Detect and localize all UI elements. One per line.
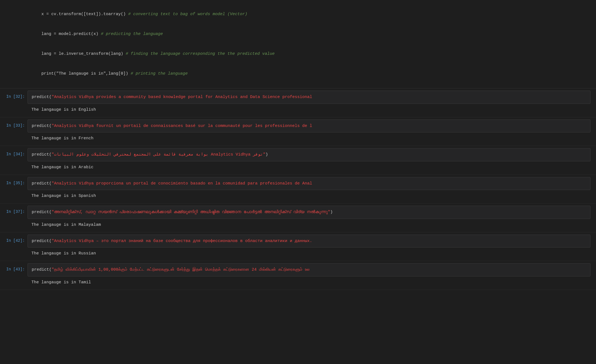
cell-42: In [42]: predict("Analytics Vidhya – это… xyxy=(0,232,596,261)
input-box-43[interactable]: predict("தமிழ் விக்கிப்பீடியாவின் 1,00,0… xyxy=(28,263,590,276)
code-line-4: print("The langauge is in",lang[0]) # pr… xyxy=(17,64,596,84)
output-32: The langauge is in English xyxy=(28,104,590,115)
cell-content-43: predict("தமிழ் விக்கிப்பீடியாவின் 1,00,0… xyxy=(28,263,590,287)
output-37: The langauge is in Malayalam xyxy=(28,219,590,230)
code-line-1: x = cv.transform([text]).toarray() # con… xyxy=(17,4,596,24)
input-line-42: predict("Analytics Vidhya – это портал з… xyxy=(32,238,586,245)
cell-32: In [32]: predict("Analytics Vidhya provi… xyxy=(0,88,596,117)
input-line-34: predict("بوابة معرفية قائمة على المجتمع … xyxy=(32,151,586,158)
output-43: The langauge is in Tamil xyxy=(28,276,590,287)
cell-34: In [34]: predict("بوابة معرفية قائمة على… xyxy=(0,146,596,175)
cell-label-35: In [35]: xyxy=(0,177,28,185)
code-line-2: lang = model.predict(x) # predicting the… xyxy=(17,24,596,44)
cell-label-37: In [37]: xyxy=(0,206,28,214)
cell-content-32: predict("Analytics Vidhya provides a com… xyxy=(28,91,590,115)
input-box-32[interactable]: predict("Analytics Vidhya provides a com… xyxy=(28,91,590,104)
notebook: x = cv.transform([text]).toarray() # con… xyxy=(0,0,596,290)
cell-content-42: predict("Analytics Vidhya – это портал з… xyxy=(28,235,590,259)
cell-35: In [35]: predict("Analytics Vidhya propo… xyxy=(0,175,596,204)
input-line-37: predict("അനലിറ്റിക്സ്, ഡാറ്റ സയൻസ് പ്രൊഫ… xyxy=(32,209,586,216)
cell-content-37: predict("അനലിറ്റിക്സ്, ഡാറ്റ സയൻസ് പ്രൊഫ… xyxy=(28,206,590,230)
cell-label-43: In [43]: xyxy=(0,263,28,271)
cell-content-34: predict("بوابة معرفية قائمة على المجتمع … xyxy=(28,148,590,172)
input-box-37[interactable]: predict("അനലിറ്റിക്സ്, ഡാറ്റ സയൻസ് പ്രൊഫ… xyxy=(28,206,590,219)
input-box-35[interactable]: predict("Analytics Vidhya proporciona un… xyxy=(28,177,590,190)
input-line-35: predict("Analytics Vidhya proporciona un… xyxy=(32,180,586,187)
output-33: The langauge is in French xyxy=(28,132,590,143)
input-line-43: predict("தமிழ் விக்கிப்பீடியாவின் 1,00,0… xyxy=(32,266,586,273)
cell-content-35: predict("Analytics Vidhya proporciona un… xyxy=(28,177,590,201)
cell-content-33: predict("Analytics Vidhya fournit un por… xyxy=(28,119,590,144)
code-line-3: lang = le.inverse_transform(lang) # find… xyxy=(17,44,596,64)
output-35: The langauge is in Spanish xyxy=(28,190,590,201)
cell-label-32: In [32]: xyxy=(0,91,28,99)
input-box-33[interactable]: predict("Analytics Vidhya fournit un por… xyxy=(28,119,590,133)
input-box-34[interactable]: predict("بوابة معرفية قائمة على المجتمع … xyxy=(28,148,590,161)
cell-label-34: In [34]: xyxy=(0,148,28,156)
input-box-42[interactable]: predict("Analytics Vidhya – это портал з… xyxy=(28,235,590,248)
input-line-33: predict("Analytics Vidhya fournit un por… xyxy=(32,123,586,130)
top-code-block: x = cv.transform([text]).toarray() # con… xyxy=(0,0,596,88)
cell-label-42: In [42]: xyxy=(0,235,28,243)
output-42: The langauge is in Russian xyxy=(28,248,590,259)
cell-33: In [33]: predict("Analytics Vidhya fourn… xyxy=(0,117,596,146)
cell-43: In [43]: predict("தமிழ் விக்கிப்பீடியாவி… xyxy=(0,261,596,290)
cell-37: In [37]: predict("അനലിറ്റിക്സ്, ഡാറ്റ സയ… xyxy=(0,203,596,232)
cell-label-33: In [33]: xyxy=(0,119,28,128)
input-line-32: predict("Analytics Vidhya provides a com… xyxy=(32,94,586,101)
output-34: The langauge is in Arabic xyxy=(28,161,590,172)
